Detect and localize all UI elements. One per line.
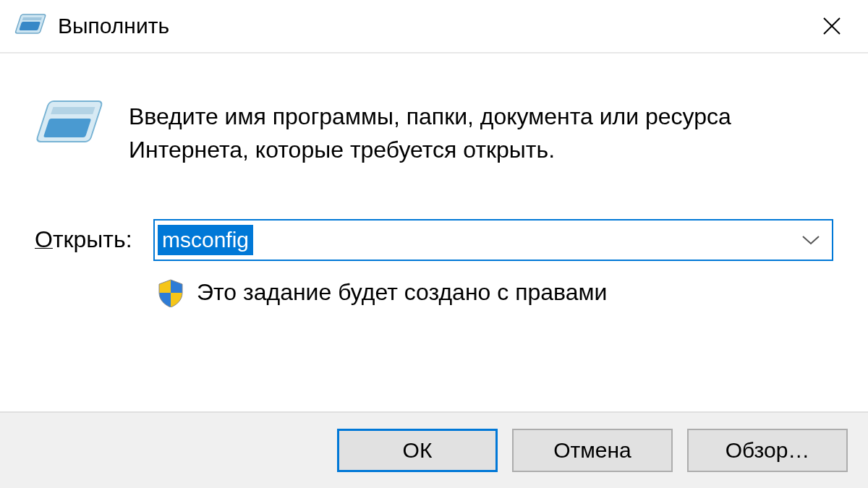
- dialog-description: Введите имя программы, папки, документа …: [129, 97, 833, 167]
- close-icon: [822, 16, 842, 36]
- run-icon-large: [35, 97, 107, 155]
- shield-icon: [156, 278, 185, 307]
- cancel-button[interactable]: Отмена: [512, 429, 673, 472]
- ok-button[interactable]: ОК: [337, 429, 498, 472]
- open-row: Открыть: msconfig: [35, 219, 833, 261]
- run-icon: [14, 13, 48, 39]
- open-input-value: msconfig: [158, 225, 253, 255]
- titlebar: Выполнить: [0, 0, 868, 53]
- open-label: Открыть:: [35, 226, 136, 253]
- button-bar: ОК Отмена Обзор…: [0, 411, 868, 488]
- admin-note-row: Это задание будет создано с правами: [156, 278, 833, 307]
- dialog-content: Введите имя программы, папки, документа …: [0, 53, 868, 411]
- run-dialog: Выполнить Введите имя программы, папки, …: [0, 0, 868, 488]
- browse-button[interactable]: Обзор…: [687, 429, 848, 472]
- admin-note-text: Это задание будет создано с правами: [197, 279, 607, 306]
- close-button[interactable]: [810, 4, 854, 48]
- svg-rect-1: [19, 22, 41, 30]
- window-title: Выполнить: [58, 14, 810, 38]
- open-combobox[interactable]: msconfig: [153, 219, 833, 261]
- svg-rect-6: [43, 119, 91, 137]
- chevron-down-icon: [801, 234, 820, 246]
- svg-rect-2: [22, 17, 42, 20]
- svg-rect-7: [51, 107, 95, 114]
